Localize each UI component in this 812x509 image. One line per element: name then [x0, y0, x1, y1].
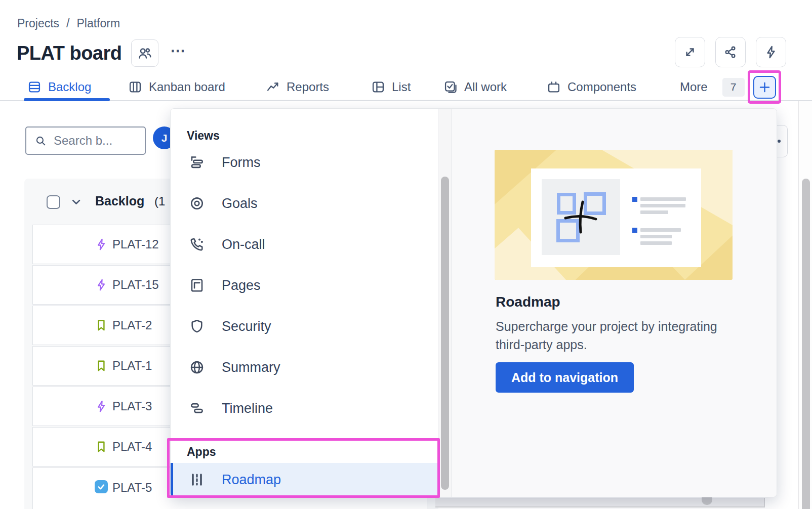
views-dropdown-popup: Views Forms Goals: [170, 108, 777, 497]
breadcrumb: Projects / Platform: [17, 17, 120, 30]
dropdown-scrollbar[interactable]: [438, 109, 451, 497]
menu-item-label: On-call: [222, 237, 265, 252]
menu-item-on-call[interactable]: On-call: [171, 229, 438, 260]
dropdown-scrollbar-thumb[interactable]: [441, 177, 449, 490]
tab-label: Backlog: [48, 80, 91, 94]
menu-item-label: Security: [222, 319, 271, 334]
add-view-button[interactable]: [753, 76, 776, 99]
menu-item-forms[interactable]: Forms: [171, 147, 438, 178]
page-scrollbar[interactable]: [798, 101, 812, 509]
tab-label: Kanban board: [149, 80, 225, 94]
menu-item-label: Pages: [222, 278, 261, 293]
tab-label: List: [392, 80, 411, 94]
backlog-icon: [27, 80, 42, 94]
add-to-navigation-button[interactable]: Add to navigation: [496, 362, 634, 393]
page-scrollbar-thumb[interactable]: [802, 179, 810, 509]
work-item-key: PLAT-1: [112, 359, 152, 373]
shield-icon: [188, 318, 206, 334]
apps-section-header: Apps: [187, 445, 216, 459]
share-icon: [723, 45, 738, 59]
menu-item-roadmap[interactable]: Roadmap: [171, 463, 438, 496]
underlying-panel-edge: [435, 498, 765, 507]
select-all-checkbox[interactable]: [47, 195, 60, 209]
reports-icon: [266, 80, 280, 94]
tab-list[interactable]: List: [371, 73, 411, 101]
app-window: Projects / Platform PLAT board ⋯: [0, 0, 812, 509]
roadmap-icon: [188, 472, 206, 488]
work-item-key: PLAT-4: [112, 440, 152, 454]
lightning-icon: [764, 45, 778, 59]
plus-icon: [758, 80, 772, 94]
menu-item-pages[interactable]: Pages: [171, 270, 438, 301]
people-icon: [137, 46, 152, 61]
backlog-count: (1: [154, 194, 165, 208]
timeline-icon: [188, 400, 206, 416]
list-icon: [371, 80, 385, 94]
menu-item-label: Summary: [222, 360, 280, 375]
work-item-key: PLAT-2: [112, 318, 152, 332]
menu-item-label: Goals: [222, 196, 258, 211]
chevron-down-icon[interactable]: [69, 195, 83, 209]
tab-components[interactable]: Components: [547, 73, 636, 101]
breadcrumb-separator: /: [66, 17, 69, 30]
menu-item-goals[interactable]: Goals: [171, 188, 438, 219]
menu-item-label: Timeline: [222, 401, 273, 416]
epic-icon: [95, 278, 108, 291]
views-menu: Views Forms Goals: [171, 109, 438, 497]
menu-item-security[interactable]: Security: [171, 311, 438, 342]
search-icon: [26, 135, 47, 147]
page-title: PLAT board: [17, 43, 122, 64]
task-icon: [95, 480, 108, 493]
on-call-icon: [188, 236, 206, 252]
kanban-icon: [128, 80, 142, 94]
board-actions: [675, 37, 786, 67]
work-item-key: PLAT-3: [112, 399, 152, 413]
tab-label: Reports: [287, 80, 329, 94]
epic-icon: [95, 238, 108, 251]
dot-icon: [778, 140, 781, 143]
epic-icon: [95, 400, 108, 413]
tab-label: All work: [464, 80, 507, 94]
expand-icon: [683, 45, 697, 59]
work-item-key: PLAT-15: [112, 278, 159, 292]
menu-item-timeline[interactable]: Timeline: [171, 393, 438, 424]
menu-item-label: Forms: [222, 155, 261, 171]
search-input[interactable]: [54, 134, 130, 148]
app-preview-pane: Roadmap Supercharge your project by inte…: [451, 109, 777, 497]
menu-item-summary[interactable]: Summary: [171, 352, 438, 383]
tab-kanban-board[interactable]: Kanban board: [128, 73, 225, 101]
roadmap-illustration: [495, 150, 733, 280]
backlog-section-title: Backlog: [95, 194, 144, 208]
sketch-cross-icon: [562, 199, 599, 235]
tab-label: Components: [567, 80, 636, 94]
forms-icon: [188, 154, 206, 171]
manage-access-button[interactable]: [131, 39, 158, 67]
tab-backlog[interactable]: Backlog: [27, 73, 91, 101]
tab-more[interactable]: More 7: [680, 73, 745, 101]
story-icon: [95, 359, 108, 372]
tab-reports[interactable]: Reports: [266, 73, 329, 101]
breadcrumb-projects[interactable]: Projects: [17, 17, 59, 30]
globe-icon: [188, 359, 206, 375]
tab-label: More: [680, 80, 708, 94]
menu-item-label: Roadmap: [222, 472, 281, 488]
all-work-icon: [443, 80, 458, 94]
work-item-key: PLAT-12: [112, 237, 159, 251]
automation-button[interactable]: [756, 37, 786, 67]
work-item-key: PLAT-5: [112, 481, 152, 495]
share-button[interactable]: [715, 37, 746, 67]
views-section-header: Views: [187, 129, 220, 143]
more-count-badge: 7: [722, 78, 745, 97]
project-more-button[interactable]: ⋯: [171, 41, 187, 65]
preview-description: Supercharge your project by integrating …: [496, 317, 749, 354]
expand-button[interactable]: [675, 37, 705, 67]
story-icon: [95, 440, 108, 453]
search-box[interactable]: [25, 126, 146, 155]
tab-all-work[interactable]: All work: [443, 73, 507, 101]
goals-icon: [188, 195, 206, 211]
components-icon: [547, 80, 561, 94]
pages-icon: [188, 277, 206, 293]
story-icon: [95, 319, 108, 332]
preview-title: Roadmap: [496, 294, 560, 310]
breadcrumb-platform[interactable]: Platform: [76, 17, 120, 30]
